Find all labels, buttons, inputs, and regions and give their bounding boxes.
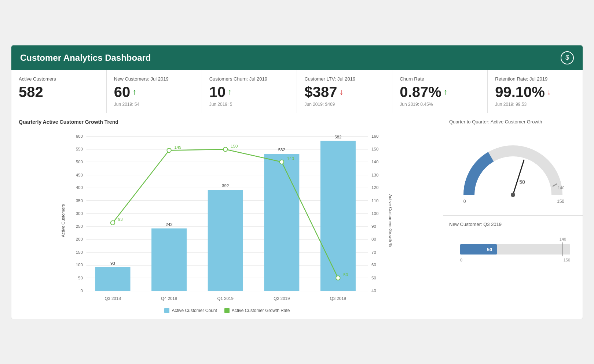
svg-text:140: 140 bbox=[558, 186, 564, 190]
svg-text:140: 140 bbox=[560, 237, 566, 241]
bar-chart-section: Quarterly Active Customer Growth Trend .… bbox=[11, 113, 443, 319]
svg-text:140: 140 bbox=[371, 160, 378, 164]
svg-text:250: 250 bbox=[76, 224, 83, 228]
hbar-panel: New Customer: Q3 2019 50 140 bbox=[443, 216, 583, 279]
kpi-churn-rate-sub: Jun 2019: 0.45% bbox=[400, 102, 480, 107]
bar-q1-2019 bbox=[208, 190, 243, 291]
bar-q3-2019 bbox=[320, 141, 356, 291]
kpi-churn-rate-arrow: ↑ bbox=[444, 87, 448, 97]
gauge-svg: 140 0 150 50 bbox=[454, 133, 572, 206]
svg-text:582: 582 bbox=[334, 134, 341, 139]
kpi-retention-value: 99.10% ↓ bbox=[495, 84, 575, 100]
kpi-new-customers-sub: Jun 2019: 54 bbox=[114, 102, 194, 107]
svg-text:Active Customers: Active Customers bbox=[61, 204, 65, 237]
svg-text:Q3 2019: Q3 2019 bbox=[330, 296, 346, 300]
kpi-retention: Retention Rate: Jul 2019 99.10% ↓ Jun 20… bbox=[488, 70, 583, 113]
svg-text:60: 60 bbox=[371, 263, 376, 267]
svg-text:242: 242 bbox=[165, 222, 172, 227]
kpi-active-customers-value: 582 bbox=[19, 84, 99, 100]
kpi-active-customers-label: Active Customers bbox=[19, 76, 99, 82]
bar-chart-svg: .axis-text { font-size: 12px; fill: #666… bbox=[19, 129, 436, 305]
growth-dot-q3-2019 bbox=[336, 276, 340, 280]
kpi-churn-sub: Jun 2019: 5 bbox=[209, 102, 290, 107]
bar-q3-2018 bbox=[95, 267, 131, 291]
kpi-retention-sub: Jun 2019: 99.53 bbox=[495, 102, 575, 107]
svg-text:500: 500 bbox=[76, 160, 83, 164]
svg-text:Active Customers Growth %: Active Customers Growth % bbox=[388, 194, 393, 247]
kpi-churn: Customers Churn: Jul 2019 10 ↑ Jun 2019:… bbox=[202, 70, 297, 113]
kpi-churn-rate-value: 0.87% ↑ bbox=[400, 84, 480, 100]
kpi-ltv-label: Customer LTV: Jul 2019 bbox=[304, 76, 385, 82]
hbar-svg: 50 140 0 150 bbox=[456, 235, 581, 264]
svg-line-60 bbox=[513, 160, 524, 195]
svg-text:40: 40 bbox=[371, 289, 376, 293]
bar-q2-2019 bbox=[264, 154, 299, 291]
svg-text:90: 90 bbox=[371, 224, 376, 228]
kpi-ltv-arrow: ↓ bbox=[339, 87, 343, 97]
kpi-row: Active Customers 582 New Customers: Jul … bbox=[11, 70, 583, 113]
legend-bar-box bbox=[164, 308, 169, 313]
bar-chart-container: .axis-text { font-size: 12px; fill: #666… bbox=[19, 129, 436, 305]
svg-text:130: 130 bbox=[371, 172, 378, 177]
svg-text:350: 350 bbox=[76, 198, 83, 203]
growth-dot-q3-2018 bbox=[111, 220, 115, 225]
svg-text:150: 150 bbox=[231, 144, 238, 148]
svg-text:110: 110 bbox=[371, 198, 378, 203]
kpi-retention-label: Retention Rate: Jul 2019 bbox=[495, 76, 575, 82]
dashboard: Customer Analytics Dashboard $ Active Cu… bbox=[11, 45, 583, 319]
kpi-new-customers-arrow: ↑ bbox=[132, 87, 136, 97]
kpi-retention-arrow: ↓ bbox=[547, 87, 551, 97]
svg-text:150: 150 bbox=[76, 250, 83, 254]
chart-legend: Active Customer Count Active Customer Gr… bbox=[19, 308, 436, 313]
kpi-churn-value: 10 ↑ bbox=[209, 84, 290, 100]
svg-text:160: 160 bbox=[371, 134, 378, 138]
kpi-ltv: Customer LTV: Jul 2019 $387 ↓ Jun 2019: … bbox=[297, 70, 392, 113]
legend-line: Active Customer Growth Rate bbox=[224, 308, 290, 313]
svg-text:120: 120 bbox=[371, 185, 378, 190]
svg-text:Q3 2018: Q3 2018 bbox=[104, 296, 121, 300]
svg-text:100: 100 bbox=[371, 211, 378, 216]
bar-q4-2018 bbox=[151, 228, 187, 291]
svg-text:600: 600 bbox=[76, 134, 83, 138]
svg-text:0: 0 bbox=[80, 289, 82, 293]
svg-text:Q1 2019: Q1 2019 bbox=[217, 296, 234, 300]
svg-text:150: 150 bbox=[371, 146, 378, 151]
svg-text:0: 0 bbox=[463, 199, 466, 204]
svg-text:100: 100 bbox=[76, 263, 83, 267]
svg-text:80: 80 bbox=[371, 237, 376, 241]
legend-line-label: Active Customer Growth Rate bbox=[232, 308, 290, 313]
svg-text:392: 392 bbox=[222, 183, 229, 188]
svg-text:93: 93 bbox=[110, 261, 115, 265]
kpi-churn-rate: Churn Rate 0.87% ↑ Jun 2019: 0.45% bbox=[392, 70, 488, 113]
svg-text:50: 50 bbox=[519, 179, 525, 185]
header-icon: $ bbox=[561, 51, 574, 64]
growth-dot-q2-2019 bbox=[280, 160, 284, 164]
svg-text:200: 200 bbox=[76, 237, 83, 241]
svg-text:550: 550 bbox=[76, 146, 83, 151]
svg-text:140: 140 bbox=[287, 156, 294, 161]
gauge-panel: Quarter to Quarter: Active Customer Grow… bbox=[443, 113, 583, 216]
kpi-churn-arrow: ↑ bbox=[228, 87, 232, 97]
gauge-title: Quarter to Quarter: Active Customer Grow… bbox=[449, 119, 577, 125]
kpi-ltv-value: $387 ↓ bbox=[304, 84, 385, 100]
svg-text:50: 50 bbox=[78, 275, 83, 280]
svg-text:50: 50 bbox=[343, 272, 348, 277]
svg-text:150: 150 bbox=[564, 258, 570, 262]
gauge-container: 140 0 150 50 bbox=[449, 129, 577, 209]
right-panels: Quarter to Quarter: Active Customer Grow… bbox=[443, 113, 583, 319]
legend-bar: Active Customer Count bbox=[164, 308, 217, 313]
kpi-new-customers-label: New Customers: Jul 2019 bbox=[114, 76, 194, 82]
main-content: Quarterly Active Customer Growth Trend .… bbox=[11, 113, 583, 319]
kpi-active-customers: Active Customers 582 bbox=[11, 70, 107, 113]
svg-text:0: 0 bbox=[460, 258, 462, 262]
legend-line-box bbox=[224, 308, 230, 313]
hbar-title: New Customer: Q3 2019 bbox=[449, 222, 577, 227]
kpi-ltv-sub: Jun 2019: $469 bbox=[304, 102, 385, 107]
kpi-churn-label: Customers Churn: Jul 2019 bbox=[209, 76, 290, 82]
header: Customer Analytics Dashboard $ bbox=[11, 45, 583, 70]
kpi-churn-rate-label: Churn Rate bbox=[400, 76, 480, 82]
svg-text:93: 93 bbox=[118, 217, 123, 221]
kpi-new-customers-value: 60 ↑ bbox=[114, 84, 194, 100]
svg-text:400: 400 bbox=[76, 185, 83, 190]
svg-text:300: 300 bbox=[76, 211, 83, 216]
